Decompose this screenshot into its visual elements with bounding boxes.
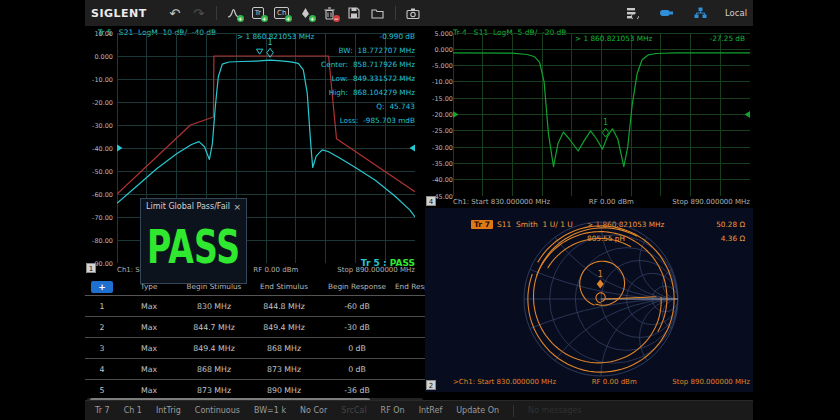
- y-tick-label: -10.00: [425, 78, 453, 86]
- status-item-tr-7: Tr 7: [95, 406, 110, 415]
- bandwidth-readout-line: Loss:-985.703 mdB: [237, 114, 415, 128]
- y-tick-label: -60.00: [85, 191, 113, 199]
- toolbar-divider: [395, 6, 396, 20]
- status-item-ch-1: Ch 1: [124, 406, 142, 415]
- dialog-body: PASS: [141, 214, 246, 280]
- table-cell: 844.8 MHz: [249, 302, 319, 311]
- screenshot-stage: SIGLENT ↶ ↷ + Tr + Ch + + −: [0, 0, 840, 420]
- y-tick-label: -35.00: [425, 160, 453, 168]
- smith-trace-segment: [534, 228, 662, 363]
- table-cell: Max: [119, 302, 179, 311]
- smith-trace-segment: [596, 293, 605, 303]
- y-tick-label: -30.00: [425, 144, 453, 152]
- status-item-intref: IntRef: [419, 406, 443, 415]
- table-cell: Max: [119, 344, 179, 353]
- footer-power: RF 0.00 dBm: [253, 266, 298, 274]
- redo-icon[interactable]: ↷: [190, 4, 208, 22]
- vna-application-window: SIGLENT ↶ ↷ + Tr + Ch + + −: [85, 0, 753, 420]
- marker-frequency-line: > 1 860.821053 MHz-0.990 dB: [237, 30, 415, 44]
- table-cell: 1: [85, 302, 119, 311]
- lan-network-icon[interactable]: [692, 4, 710, 22]
- y-tick-label: -25.00: [425, 127, 453, 135]
- table-cell: 868 MHz: [179, 365, 249, 374]
- status-bar: Tr 7Ch 1IntTrigContinuousBW=1 kNo CorSrc…: [85, 400, 753, 420]
- window-number-badge: 2: [426, 380, 436, 390]
- statusbar-divider: [513, 405, 514, 417]
- s21-marker-readout: > 1 860.821053 MHz-0.990 dBBW:18.772707 …: [237, 30, 415, 128]
- table-cell: Max: [119, 386, 179, 395]
- table-cell: Max: [119, 365, 179, 374]
- limit-table-row[interactable]: 1Max830 MHz844.8 MHz-60 dB: [85, 296, 425, 317]
- table-cell: Max: [119, 323, 179, 332]
- local-remote-indicator[interactable]: Local: [725, 8, 747, 18]
- siglent-logo: SIGLENT: [91, 7, 147, 20]
- table-cell: 3: [85, 344, 119, 353]
- undo-icon[interactable]: ↶: [166, 4, 184, 22]
- y-tick-label: 0.000: [85, 53, 113, 61]
- table-cell: -36 dB: [319, 386, 395, 395]
- y-tick-label: -5.000: [425, 62, 453, 70]
- ref-level-arrow-right: [745, 111, 751, 118]
- s21-plot-panel: Tr 5 S21 LogM 10 dB/ -40 dB 10.000.000-1…: [85, 26, 425, 278]
- table-cell: -30 dB: [319, 323, 395, 332]
- limit-table-body: 1Max830 MHz844.8 MHz-60 dB2Max844.7 MHz8…: [85, 296, 425, 401]
- active-trace-badge[interactable]: Tr 7: [471, 220, 493, 229]
- screenshot-camera-icon[interactable]: [404, 4, 422, 22]
- footer-stop: Stop 890.000000 MHz: [337, 266, 415, 274]
- dialog-titlebar[interactable]: Limit Global Pass/Fail ×: [141, 199, 246, 214]
- y-tick-label: -30.00: [85, 122, 113, 130]
- status-item-inttrig: IntTrig: [156, 406, 181, 415]
- s11-marker-readout: > 1 860.821053 MHz-27.25 dB: [575, 32, 745, 46]
- close-icon[interactable]: ×: [233, 202, 241, 212]
- table-cell: 890 MHz: [249, 386, 319, 395]
- footer-start: Ch1: Start 830.000000 MHz: [453, 198, 550, 206]
- s11-stimulus-footer: Ch1: Start 830.000000 MHz RF 0.00 dBm St…: [453, 198, 750, 206]
- add-marker-icon[interactable]: +: [297, 4, 315, 22]
- y-tick-label: -80.00: [85, 237, 113, 245]
- table-cell: 868 MHz: [249, 344, 319, 353]
- bandwidth-readout-line: Low:849.331572 MHz: [237, 72, 415, 86]
- status-item-update-on: Update On: [456, 406, 499, 415]
- ref-level-arrow-right: [410, 145, 416, 152]
- table-cell: 844.7 MHz: [179, 323, 249, 332]
- s11-plot-panel: Tr 4 S11 LogM 5 dB/ -20 dB 5.0000.000-5.…: [425, 26, 753, 208]
- table-cell: 873 MHz: [179, 386, 249, 395]
- table-cell: 0 dB: [319, 344, 395, 353]
- table-cell: 5: [85, 386, 119, 395]
- column-header: End Response: [395, 282, 425, 291]
- limit-table-row[interactable]: 2Max844.7 MHz849.4 MHz-30 dB: [85, 317, 425, 338]
- y-tick-label: -50.00: [85, 168, 113, 176]
- y-tick-label: 5.000: [425, 30, 453, 38]
- add-channel-icon[interactable]: Ch +: [273, 4, 291, 22]
- y-tick-label: -20.00: [425, 111, 453, 119]
- usb-icon[interactable]: [658, 4, 676, 22]
- y-tick-label: -10.00: [85, 76, 113, 84]
- save-icon[interactable]: [345, 4, 363, 22]
- s11-plot-area: 1: [453, 33, 750, 196]
- limit-table-header: +TypeBegin StimulusEnd StimulusBegin Res…: [85, 278, 425, 296]
- window-layout-icon[interactable]: [624, 4, 642, 22]
- status-item-rf-on: RF On: [381, 406, 405, 415]
- y-tick-label: -20.00: [85, 99, 113, 107]
- main-toolbar: SIGLENT ↶ ↷ + Tr + Ch + + −: [85, 0, 753, 26]
- table-cell: 0 dB: [319, 365, 395, 374]
- table-cell: 830 MHz: [179, 302, 249, 311]
- table-cell: 849.4 MHz: [179, 344, 249, 353]
- add-trace-icon[interactable]: Tr +: [249, 4, 267, 22]
- global-pass-result: PASS: [147, 224, 240, 270]
- limit-table-row[interactable]: 4Max868 MHz873 MHz0 dB: [85, 359, 425, 380]
- delete-icon[interactable]: −: [321, 4, 339, 22]
- marker-frequency-line: > 1 860.821053 MHz-27.25 dB: [575, 32, 745, 46]
- limit-table-row[interactable]: 3Max849.4 MHz868 MHz0 dB: [85, 338, 425, 359]
- y-tick-label: -15.00: [425, 95, 453, 103]
- bandwidth-readout-line: Center:858.717926 MHz: [237, 58, 415, 72]
- open-folder-icon[interactable]: [369, 4, 387, 22]
- smith-chart-panel: Tr 7S11 Smith 1 U/ 1 U > 1 860.821053 MH…: [425, 208, 753, 392]
- column-header: Begin Response: [319, 282, 395, 291]
- column-header: End Stimulus: [249, 282, 319, 291]
- add-limit-segment-button[interactable]: +: [91, 281, 113, 293]
- status-item-no-messages: No messages: [528, 406, 582, 415]
- limit-table: +TypeBegin StimulusEnd StimulusBegin Res…: [85, 278, 425, 400]
- y-tick-label: -70.00: [85, 214, 113, 222]
- add-measurement-icon[interactable]: +: [225, 4, 243, 22]
